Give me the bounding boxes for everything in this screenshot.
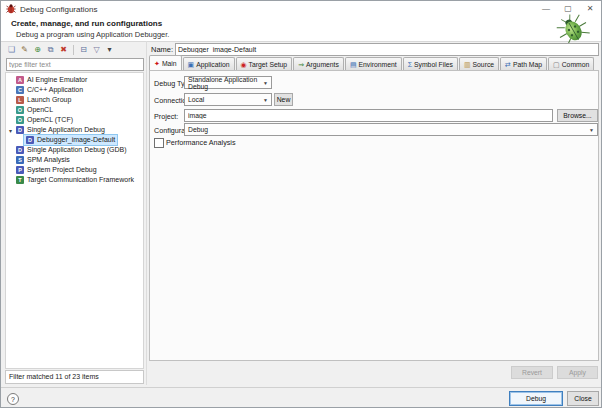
project-input[interactable] bbox=[184, 109, 553, 122]
tree-item-system-project-debug[interactable]: PSystem Project Debug bbox=[6, 165, 143, 175]
tab-label: Path Map bbox=[513, 61, 542, 68]
tab-path-map[interactable]: ⇄Path Map bbox=[500, 57, 547, 71]
panel-sash[interactable] bbox=[146, 41, 147, 385]
debug-configurations-dialog: Debug Configurations —▢✕ Create, manage,… bbox=[0, 0, 602, 408]
tree-item-highlight: SSPM Analysis bbox=[14, 155, 72, 165]
name-input[interactable] bbox=[175, 43, 599, 56]
tab-bar: ✦Main▣Application◉Target Setup⇒Arguments… bbox=[149, 56, 595, 71]
connection-value: Local bbox=[188, 96, 204, 103]
collapse-all-icon[interactable]: ⊟ bbox=[78, 44, 89, 55]
opencl-icon: O bbox=[16, 106, 24, 114]
debug-button[interactable]: Debug bbox=[509, 391, 563, 406]
single-application-debug-gdb-icon: D bbox=[16, 146, 24, 154]
opencl-tcf-icon: O bbox=[16, 116, 24, 124]
toolbar-separator bbox=[73, 45, 74, 55]
name-label: Name: bbox=[151, 45, 173, 54]
tree-item-c-c-application[interactable]: CC/C++ Application bbox=[6, 85, 143, 95]
footer-separator bbox=[1, 387, 601, 388]
new-launch-config-icon[interactable]: ❏ bbox=[6, 44, 17, 55]
export-config-icon[interactable]: ⊕ bbox=[32, 44, 43, 55]
tree-item-highlight: DDebugger_image-Default bbox=[24, 135, 117, 145]
window-title: Debug Configurations bbox=[20, 5, 97, 14]
delete-config-icon[interactable]: ✖ bbox=[58, 44, 69, 55]
tab-arguments[interactable]: ⇒Arguments bbox=[293, 57, 344, 71]
performance-analysis-checkbox[interactable] bbox=[154, 138, 164, 148]
tree-item-highlight: TTarget Communication Framework bbox=[14, 175, 136, 185]
tree-item-single-application-debug[interactable]: ▾DSingle Application Debug bbox=[6, 125, 143, 135]
duplicate-config-icon[interactable]: ⧉ bbox=[45, 44, 56, 55]
header-subtitle: Debug a program using Application Debugg… bbox=[16, 30, 169, 39]
view-menu-caret-icon[interactable]: ▾ bbox=[104, 44, 115, 55]
close-button[interactable]: Close bbox=[567, 391, 599, 406]
header-title: Create, manage, and run configurations bbox=[11, 19, 162, 28]
tree-item-target-communication-framework[interactable]: TTarget Communication Framework bbox=[6, 175, 143, 185]
tab-source[interactable]: ▥Source bbox=[459, 57, 499, 71]
tree-item-debugger-image-default[interactable]: DDebugger_image-Default bbox=[6, 135, 143, 145]
tab-label: Environment bbox=[359, 61, 397, 68]
chevron-down-icon: ▼ bbox=[260, 80, 268, 86]
tree-item-opencl-tcf[interactable]: OOpenCL (TCF) bbox=[6, 115, 143, 125]
left-toolbar: ❏✎⊕⧉✖⊟▽▾ bbox=[6, 43, 115, 56]
tree-item-highlight: OOpenCL (TCF) bbox=[14, 115, 75, 125]
c-c-application-icon: C bbox=[16, 86, 24, 94]
spm-analysis-icon: S bbox=[16, 156, 24, 164]
tab-main[interactable]: ✦Main bbox=[149, 55, 182, 71]
environment-tab-icon: ▤ bbox=[350, 61, 357, 68]
title-bar: Debug Configurations —▢✕ bbox=[1, 1, 601, 17]
help-button[interactable]: ? bbox=[7, 393, 19, 405]
tab-label: Source bbox=[473, 61, 495, 68]
filter-input[interactable] bbox=[6, 58, 144, 71]
tab-application[interactable]: ▣Application bbox=[183, 57, 235, 71]
tree-item-highlight: DSingle Application Debug (GDB) bbox=[14, 145, 129, 155]
single-application-debug-icon: D bbox=[16, 126, 24, 134]
tab-target-setup[interactable]: ◉Target Setup bbox=[236, 57, 293, 71]
debug-bug-icon bbox=[6, 4, 16, 14]
target-setup-tab-icon: ◉ bbox=[241, 61, 247, 68]
filter-icon[interactable]: ▽ bbox=[91, 44, 102, 55]
apply-button[interactable]: Apply bbox=[557, 366, 598, 379]
configuration-combo[interactable]: Debug ▼ bbox=[184, 123, 598, 136]
tab-common[interactable]: ▢Common bbox=[548, 57, 594, 71]
minimize-button[interactable]: — bbox=[535, 1, 557, 17]
new-prototype-icon[interactable]: ✎ bbox=[19, 44, 30, 55]
tree-item-label: Target Communication Framework bbox=[27, 175, 134, 185]
tree-item-highlight: AAI Engine Emulator bbox=[14, 75, 89, 85]
tree-item-label: Debugger_image-Default bbox=[37, 135, 115, 145]
header-banner: Create, manage, and run configurations D… bbox=[1, 17, 601, 42]
debug-type-value: Standalone Application Debug bbox=[188, 76, 260, 90]
performance-analysis-label: Performance Analysis bbox=[166, 138, 236, 147]
expander-arrow-icon[interactable]: ▾ bbox=[7, 127, 14, 134]
tree-item-label: C/C++ Application bbox=[27, 85, 83, 95]
tree-item-label: OpenCL bbox=[27, 105, 53, 115]
revert-button[interactable]: Revert bbox=[511, 366, 553, 379]
tree-item-label: OpenCL (TCF) bbox=[27, 115, 73, 125]
tree-item-single-application-debug-gdb[interactable]: DSingle Application Debug (GDB) bbox=[6, 145, 143, 155]
tree-item-launch-group[interactable]: LLaunch Group bbox=[6, 95, 143, 105]
chevron-down-icon: ▼ bbox=[260, 97, 268, 103]
tree-item-label: AI Engine Emulator bbox=[27, 75, 87, 85]
tab-label: Application bbox=[196, 61, 229, 68]
tree-item-highlight: PSystem Project Debug bbox=[14, 165, 99, 175]
tab-environment[interactable]: ▤Environment bbox=[345, 57, 402, 71]
common-tab-icon: ▢ bbox=[553, 61, 560, 68]
tree-item-highlight: LLaunch Group bbox=[14, 95, 73, 105]
debugger-image-default-icon: D bbox=[26, 136, 34, 144]
tree-item-highlight: DSingle Application Debug bbox=[14, 125, 107, 135]
config-tree: AAI Engine EmulatorCC/C++ ApplicationLLa… bbox=[5, 72, 144, 369]
tree-item-ai-engine-emulator[interactable]: AAI Engine Emulator bbox=[6, 75, 143, 85]
browse-button[interactable]: Browse... bbox=[557, 109, 598, 122]
source-tab-icon: ▥ bbox=[464, 61, 471, 68]
tree-item-label: System Project Debug bbox=[27, 165, 97, 175]
debug-type-combo[interactable]: Standalone Application Debug ▼ bbox=[184, 76, 272, 89]
tree-item-opencl[interactable]: OOpenCL bbox=[6, 105, 143, 115]
tree-item-spm-analysis[interactable]: SSPM Analysis bbox=[6, 155, 143, 165]
tab-symbol-files[interactable]: ΣSymbol Files bbox=[403, 57, 458, 71]
tree-item-label: Launch Group bbox=[27, 95, 71, 105]
arguments-tab-icon: ⇒ bbox=[298, 61, 304, 68]
tab-label: Arguments bbox=[306, 61, 339, 68]
tree-item-label: Single Application Debug bbox=[27, 125, 105, 135]
target-communication-framework-icon: T bbox=[16, 176, 24, 184]
launch-group-icon: L bbox=[16, 96, 24, 104]
connection-combo[interactable]: Local ▼ bbox=[184, 93, 272, 106]
new-connection-button[interactable]: New bbox=[274, 93, 293, 106]
